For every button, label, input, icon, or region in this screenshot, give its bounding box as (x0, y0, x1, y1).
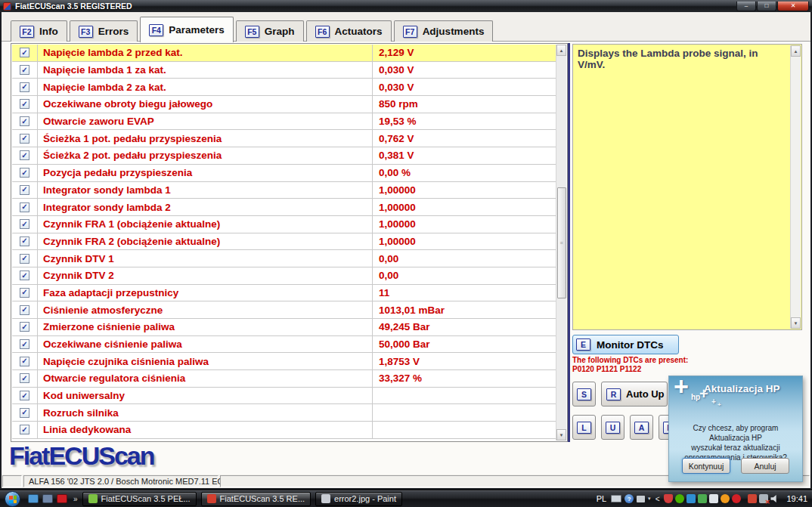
parameter-row[interactable]: ✓ Otwarcie regulatora ciśnienia 33,327 % (12, 370, 556, 388)
parameter-row[interactable]: ✓ Rozruch silnika (12, 404, 556, 422)
taskbar-button[interactable]: FiatECUScan 3.5 PEŁ... (82, 492, 197, 506)
l-button[interactable]: L (572, 415, 596, 440)
parameter-row[interactable]: ✓ Napięcie lambda 1 za kat. 0,030 V (12, 62, 556, 79)
table-scrollbar[interactable]: ▲ ≡ ▼ (556, 45, 566, 441)
row-checkbox[interactable]: ✓ (20, 65, 29, 75)
parameter-row[interactable]: ✓ Czynnik DTV 2 0,00 (12, 267, 556, 285)
photo-tool-icon[interactable] (709, 494, 718, 503)
vehicle-info-status: ALFA 156 '02 JTS 2.0 / Bosch Motronic ME… (23, 475, 218, 487)
parameter-name: Ciśnienie atmosferyczne (38, 301, 373, 318)
parameter-row[interactable]: ✓ Otwarcie zaworu EVAP 19,53 % (12, 113, 556, 131)
row-checkbox[interactable]: ✓ (20, 425, 29, 434)
row-checkbox[interactable]: ✓ (20, 288, 29, 298)
network-disconnected-icon[interactable] (759, 494, 768, 503)
tray-dropdown-icon[interactable]: ▾ (648, 496, 651, 502)
parameter-row[interactable]: ✓ Integrator sondy lambda 2 1,00000 (12, 199, 556, 216)
scroll-up-icon[interactable]: ▲ (556, 45, 566, 56)
parameter-row[interactable]: ✓ Napięcie lambda 2 przed kat. 2,129 V (12, 45, 556, 62)
row-checkbox[interactable]: ✓ (20, 150, 29, 160)
parameter-value: 49,245 Bar (373, 319, 556, 335)
utorrent-icon[interactable] (675, 494, 684, 503)
safely-remove-icon[interactable] (637, 496, 645, 502)
row-checkbox[interactable]: ✓ (20, 219, 29, 229)
parameter-row[interactable]: ✓ Linia dedykowana (12, 422, 556, 439)
start-button[interactable] (5, 491, 20, 507)
row-checkbox[interactable]: ✓ (20, 48, 29, 57)
tray-collapse-icon[interactable]: < (655, 495, 660, 503)
row-checkbox[interactable]: ✓ (20, 168, 29, 178)
close-icon[interactable]: ✕ (777, 2, 809, 11)
help-icon[interactable]: ? (624, 494, 634, 503)
row-checkbox[interactable]: ✓ (20, 254, 29, 264)
maximize-icon[interactable]: □ (757, 2, 776, 11)
monitor-dtcs-button[interactable]: E Monitor DTCs (572, 335, 679, 354)
scroll-down-icon[interactable]: ▼ (791, 317, 801, 329)
tab[interactable]: F4 Parameters (140, 17, 234, 42)
row-checkbox[interactable]: ✓ (20, 271, 29, 280)
cancel-button[interactable]: Anuluj (741, 458, 789, 474)
parameter-row[interactable]: ✓ Kod uniwersalny (12, 388, 556, 405)
parameter-row[interactable]: ✓ Czynnik FRA 2 (obciążenie aktualne) 1,… (12, 233, 556, 251)
parameter-row[interactable]: ✓ Napięcie czujnika ciśnienia paliwa 1,8… (12, 353, 556, 370)
parameter-row[interactable]: ✓ Ciśnienie atmosferyczne 1013,01 mBar (12, 301, 556, 319)
tab[interactable]: F7 Adjustments (394, 20, 494, 42)
tab[interactable]: F5 Graph (236, 20, 304, 42)
volume-icon[interactable] (770, 494, 779, 503)
description-scrollbar[interactable]: ▲ ▼ (790, 45, 801, 329)
continue-button[interactable]: Kontynuuj (682, 458, 730, 474)
parameter-row[interactable]: ✓ Oczekiwane obroty biegu jałowego 850 r… (12, 96, 556, 113)
row-checkbox[interactable]: ✓ (20, 185, 29, 195)
taskbar-clock[interactable]: 19:41 (786, 494, 807, 503)
parameter-row[interactable]: ✓ Czynnik DTV 1 0,00 (12, 250, 556, 267)
opera-icon[interactable] (57, 494, 67, 503)
scroll-up-icon[interactable]: ▲ (791, 45, 801, 57)
a-button[interactable]: A (630, 415, 653, 440)
parameter-value: 33,327 % (373, 370, 556, 387)
parameter-row[interactable]: ✓ Czynnik FRA 1 (obciążenie aktualne) 1,… (12, 216, 556, 233)
taskbar-button[interactable]: FiatECUScan 3.5 RE... (201, 492, 311, 506)
parameter-row[interactable]: ✓ Oczekiwane ciśnienie paliwa 50,000 Bar (12, 336, 556, 354)
keyboard-layout-icon[interactable] (611, 495, 621, 502)
tab[interactable]: F3 Errors (70, 20, 138, 42)
battery-warning-icon[interactable] (748, 494, 757, 503)
s-button[interactable]: S (572, 382, 596, 407)
parameter-row[interactable]: ✓ Faza adaptacji przepustnicy 11 (12, 285, 556, 302)
avast-icon[interactable] (721, 494, 730, 503)
taskbar-button[interactable]: error2.jpg - Paint (315, 492, 402, 506)
window-switcher-icon[interactable] (42, 494, 53, 503)
row-checkbox[interactable]: ✓ (20, 373, 29, 383)
security-center-icon[interactable] (664, 494, 673, 503)
row-checkbox[interactable]: ✓ (20, 236, 29, 246)
show-desktop-icon[interactable] (28, 494, 39, 503)
row-checkbox[interactable]: ✓ (20, 82, 29, 92)
row-checkbox[interactable]: ✓ (20, 134, 29, 144)
language-indicator[interactable]: PL (597, 494, 606, 503)
row-checkbox[interactable]: ✓ (20, 322, 29, 332)
u-button[interactable]: U (601, 415, 624, 440)
row-checkbox[interactable]: ✓ (20, 339, 29, 349)
messenger-icon[interactable] (698, 494, 707, 503)
scroll-down-icon[interactable]: ▼ (556, 429, 566, 441)
minimize-icon[interactable]: – (736, 2, 756, 11)
parameter-row[interactable]: ✓ Ścieżka 1 pot. pedału przyspieszenia 0… (12, 130, 556, 147)
row-checkbox[interactable]: ✓ (20, 202, 29, 212)
row-checkbox[interactable]: ✓ (20, 116, 29, 126)
parameter-row[interactable]: ✓ Integrator sondy lambda 1 1,00000 (12, 182, 556, 199)
tab[interactable]: F2 Info (11, 20, 67, 42)
parameter-value (373, 404, 556, 421)
network-activity-icon[interactable] (686, 494, 696, 503)
parameter-row[interactable]: ✓ Ścieżka 2 pot. pedału przyspieszenia 0… (12, 147, 556, 165)
row-checkbox[interactable]: ✓ (20, 99, 29, 109)
table-scrollbar-thumb[interactable]: ≡ (557, 187, 566, 298)
row-checkbox[interactable]: ✓ (20, 408, 29, 418)
opera-tray-icon[interactable] (732, 494, 741, 503)
row-checkbox[interactable]: ✓ (20, 357, 29, 366)
parameter-row[interactable]: ✓ Pozycja pedału przyspieszenia 0,00 % (12, 165, 556, 182)
auto-up-button[interactable]: R Auto Up (601, 382, 668, 407)
row-checkbox[interactable]: ✓ (20, 391, 29, 400)
row-checkbox[interactable]: ✓ (20, 305, 29, 315)
tab[interactable]: F6 Actuators (306, 20, 392, 42)
parameter-row[interactable]: ✓ Zmierzone ciśnienie paliwa 49,245 Bar (12, 319, 556, 336)
parameter-row[interactable]: ✓ Napięcie lambda 2 za kat. 0,030 V (12, 79, 556, 96)
quick-launch-overflow-icon[interactable]: » (73, 495, 78, 503)
